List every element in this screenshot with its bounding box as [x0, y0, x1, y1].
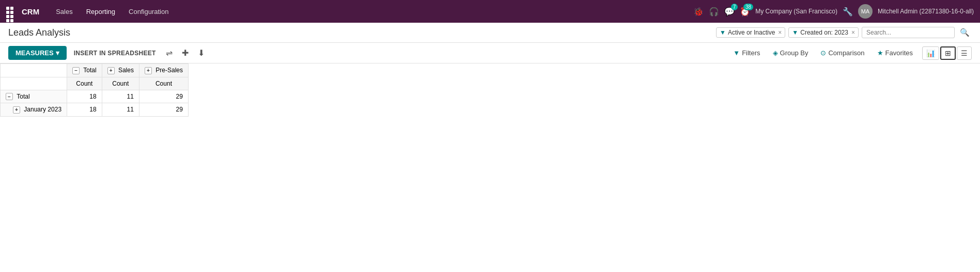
corner-cell-2 [1, 77, 67, 90]
chat-icon[interactable]: 💬 7 [724, 7, 735, 17]
nav-configuration[interactable]: Configuration [122, 5, 175, 19]
subheader: Leads Analysis ▼ Active or Inactive × ▼ … [0, 23, 980, 43]
filters-label: Filters [742, 49, 760, 57]
company-name[interactable]: My Company (San Francisco) [755, 8, 837, 15]
search-input[interactable] [862, 27, 955, 38]
col-presales-label: Pre-Sales [155, 67, 183, 74]
filter-created-on[interactable]: ▼ Created on: 2023 × [788, 27, 859, 38]
row-total-col-presales: 29 [139, 90, 188, 103]
search-button[interactable]: 🔍 [958, 27, 972, 38]
groupby-label: Group By [780, 49, 808, 57]
clock-icon[interactable]: ⏰ 38 [740, 7, 750, 17]
row-total-col-sales: 11 [102, 90, 139, 103]
app-name[interactable]: CRM [22, 7, 39, 16]
comparison-action[interactable]: ⊙ Comparison [817, 47, 867, 58]
view-graph-button[interactable]: 📊 [922, 46, 939, 60]
comparison-icon: ⊙ [820, 49, 826, 57]
col-header-presales: + Pre-Sales [139, 64, 188, 77]
groupby-action[interactable]: ◈ Group By [770, 47, 812, 58]
toolbar: MEASURES ▾ INSERT IN SPREADSHEET ⇌ ✚ ⬇ ▼… [0, 43, 980, 63]
nav-reporting[interactable]: Reporting [80, 5, 121, 19]
filters-icon: ▼ [733, 49, 740, 57]
row-total-label: − Total [1, 90, 67, 103]
toolbar-right: ▼ Filters ◈ Group By ⊙ Comparison ★ Favo… [730, 46, 972, 60]
row-jan2023-label: + January 2023 [1, 103, 67, 117]
groupby-icon: ◈ [773, 49, 778, 57]
col-header-total: − Total [67, 64, 102, 77]
apps-grid-icon[interactable] [6, 7, 15, 16]
filter-created-on-label: Created on: 2023 [800, 29, 848, 36]
top-menu: Sales Reporting Configuration [50, 5, 175, 19]
avatar[interactable]: MA [858, 4, 873, 19]
measures-button[interactable]: MEASURES ▾ [8, 46, 67, 60]
table-row: − Total 18 11 29 [1, 90, 189, 103]
col-sales-count-header: Count [102, 77, 139, 90]
measures-caret: ▾ [56, 49, 59, 57]
filter-icon: ▼ [720, 29, 726, 36]
main-content: Leads Analysis ▼ Active or Inactive × ▼ … [0, 23, 980, 272]
bug-icon[interactable]: 🐞 [693, 7, 704, 17]
user-name[interactable]: Mitchell Admin (22871380-16-0-all) [878, 8, 974, 15]
col-sales-label: Sales [118, 67, 134, 74]
filter-active-inactive-label: Active or Inactive [728, 29, 775, 36]
row-jan2023-col-sales: 11 [102, 103, 139, 117]
col-header-sales: + Sales [102, 64, 139, 77]
subheader-filters: ▼ Active or Inactive × ▼ Created on: 202… [716, 27, 972, 38]
add-column-button[interactable]: ✚ [179, 46, 191, 59]
total-row-collapse-btn[interactable]: − [6, 93, 13, 100]
corner-cell [1, 64, 67, 77]
top-navigation: CRM Sales Reporting Configuration 🐞 🎧 💬 … [0, 0, 980, 23]
pivot-table-area: − Total + Sales + Pre-Sales [0, 63, 980, 117]
view-grid-button[interactable]: ⊞ [940, 46, 956, 60]
presales-col-expand-btn[interactable]: + [145, 67, 152, 74]
col-presales-count-header: Count [139, 77, 188, 90]
adjust-icon-button[interactable]: ⇌ [163, 46, 175, 59]
favorites-label: Favorites [885, 49, 913, 57]
chat-badge: 7 [731, 4, 738, 10]
headset-icon[interactable]: 🎧 [709, 7, 719, 17]
comparison-label: Comparison [828, 49, 864, 57]
page-title: Leads Analysis [8, 27, 70, 38]
nav-sales[interactable]: Sales [50, 5, 79, 19]
clock-badge: 38 [743, 4, 753, 10]
insert-spreadsheet-button[interactable]: INSERT IN SPREADSHEET [71, 47, 159, 59]
filter-created-icon: ▼ [792, 29, 798, 36]
download-button[interactable]: ⬇ [195, 46, 207, 59]
pivot-table: − Total + Sales + Pre-Sales [0, 63, 189, 117]
favorites-icon: ★ [877, 49, 883, 57]
col-total-count-header: Count [67, 77, 102, 90]
view-toggles: 📊 ⊞ ☰ [922, 46, 972, 60]
view-list-button[interactable]: ☰ [957, 46, 972, 60]
favorites-action[interactable]: ★ Favorites [874, 47, 916, 58]
filter-active-inactive[interactable]: ▼ Active or Inactive × [716, 27, 785, 38]
filter-created-on-close[interactable]: × [851, 29, 855, 36]
filters-action[interactable]: ▼ Filters [730, 47, 763, 58]
table-row: + January 2023 18 11 29 [1, 103, 189, 117]
total-col-collapse-btn[interactable]: − [72, 67, 80, 74]
wrench-icon[interactable]: 🔧 [843, 7, 853, 17]
filter-active-inactive-close[interactable]: × [778, 29, 782, 36]
jan2023-row-expand-btn[interactable]: + [13, 106, 20, 114]
measures-label: MEASURES [15, 49, 54, 57]
topnav-right-area: 🐞 🎧 💬 7 ⏰ 38 My Company (San Francisco) … [693, 4, 974, 19]
sales-col-expand-btn[interactable]: + [107, 67, 115, 74]
row-jan2023-col-total: 18 [67, 103, 102, 117]
row-total-col-total: 18 [67, 90, 102, 103]
col-total-label: Total [83, 67, 96, 74]
row-jan2023-col-presales: 29 [139, 103, 188, 117]
